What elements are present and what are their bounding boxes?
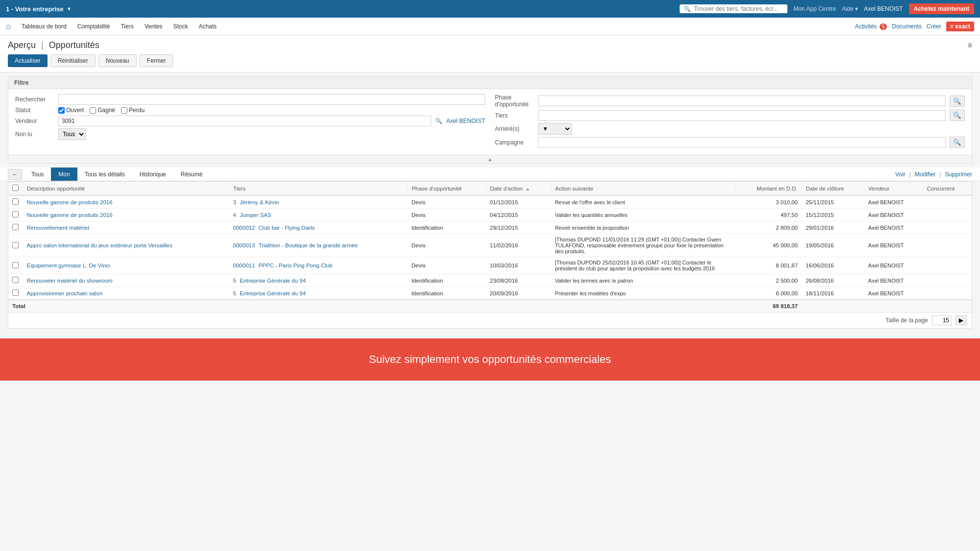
voir-link[interactable]: Voir xyxy=(895,171,906,178)
tiers-name-1[interactable]: Jumper SAS xyxy=(240,212,271,218)
search-box[interactable]: 🔍 xyxy=(680,4,787,13)
nav-achats[interactable]: Achats xyxy=(194,19,221,34)
tiers-name-4[interactable]: PPPC - Paris Ping Pong Club xyxy=(259,263,333,268)
nav-tableaux[interactable]: Tableaux de bord xyxy=(17,19,72,34)
select-all-checkbox[interactable] xyxy=(12,185,19,191)
row-checkbox-cell[interactable] xyxy=(8,221,23,234)
statut-perdu[interactable]: Perdu xyxy=(121,107,145,114)
page-next-button[interactable]: ▶ xyxy=(956,315,967,325)
row-description-0[interactable]: Nouvelle gamme de produits 2016 xyxy=(23,195,229,209)
statut-ouvert[interactable]: Ouvert xyxy=(58,107,84,114)
app-centre-link[interactable]: Mon App Centre xyxy=(793,5,836,12)
row-checkbox-6[interactable] xyxy=(12,289,19,296)
documents-link[interactable]: Documents xyxy=(892,23,922,30)
row-checkbox-cell[interactable] xyxy=(8,257,23,274)
filter-campagne-input[interactable] xyxy=(538,137,946,148)
vendeur-link[interactable]: Axel BENOIST xyxy=(446,118,485,124)
row-description-4[interactable]: Equipement gymnase L. De Vinci xyxy=(23,257,229,274)
tiers-num-5[interactable]: 5 xyxy=(233,278,236,284)
row-checkbox-cell[interactable] xyxy=(8,274,23,287)
row-checkbox-5[interactable] xyxy=(12,277,19,283)
home-icon[interactable]: ⌂ xyxy=(6,22,11,31)
tiers-name-6[interactable]: Entreprise Générale du 94 xyxy=(240,290,306,296)
tiers-num-2[interactable]: 0000012 xyxy=(233,225,255,231)
nav-comptabilite[interactable]: Comptabilité xyxy=(73,19,115,34)
row-description-1[interactable]: Nouvelle gamme de produits 2016 xyxy=(23,209,229,221)
supprimer-link[interactable]: Supprimer xyxy=(945,171,972,178)
refresh-button[interactable]: Actualiser xyxy=(8,54,48,67)
row-checkbox-cell[interactable] xyxy=(8,209,23,221)
page-size-input[interactable] xyxy=(932,315,952,325)
tab-back-button[interactable]: ← xyxy=(8,169,22,180)
config-icon[interactable]: ≡ xyxy=(968,41,972,50)
tab-historique[interactable]: Historique xyxy=(132,168,173,181)
row-description-3[interactable]: Appro salon international du jeux extéri… xyxy=(23,234,229,257)
create-link[interactable]: Créer xyxy=(927,23,941,30)
tiers-name-0[interactable]: Jérémy & Kévin xyxy=(240,199,279,205)
row-checkbox-2[interactable] xyxy=(12,224,19,230)
tiers-name-2[interactable]: Club bar - Flying Darts xyxy=(259,225,315,231)
row-description-2[interactable]: Renouvellement matériel xyxy=(23,221,229,234)
nav-ventes[interactable]: Ventes xyxy=(140,19,168,34)
total-amount: 69 818,37 xyxy=(735,300,802,312)
th-concurrent[interactable]: Concurrent xyxy=(923,182,971,195)
tiers-num-1[interactable]: 4 xyxy=(233,212,236,218)
filter-rechercher-label: Rechercher xyxy=(15,96,54,103)
tiers-num-0[interactable]: 3 xyxy=(233,199,236,205)
row-date-action-2: 29/12/2015 xyxy=(486,221,551,234)
tab-tous[interactable]: Tous xyxy=(24,168,51,181)
nav-stock[interactable]: Stock xyxy=(168,19,193,34)
filter-tiers-input[interactable] xyxy=(538,110,946,121)
th-action-suivante[interactable]: Action suivante xyxy=(551,182,735,195)
th-date-cloture[interactable]: Date de clôture xyxy=(802,182,864,195)
row-checkbox-cell[interactable] xyxy=(8,195,23,209)
row-checkbox-0[interactable] xyxy=(12,198,19,205)
tiers-num-3[interactable]: 0000013 xyxy=(233,242,255,248)
reset-button[interactable]: Réinitialiser xyxy=(50,54,96,67)
nav-tiers[interactable]: Tiers xyxy=(116,19,138,34)
tiers-name-3[interactable]: Triathlon - Boutique de la grande armée xyxy=(259,242,358,248)
row-checkbox-3[interactable] xyxy=(12,242,19,248)
tiers-name-5[interactable]: Entreprise Générale du 94 xyxy=(240,278,306,284)
row-tiers-1: 4 Jumper SAS xyxy=(229,209,408,221)
filter-phase-input[interactable] xyxy=(538,96,946,106)
filter-arriere-select[interactable]: ▼ Oui Non xyxy=(538,123,572,135)
new-button[interactable]: Nouveau xyxy=(98,54,137,67)
tab-resume[interactable]: Résumé xyxy=(173,168,210,181)
tiers-search-button[interactable]: 🔍 xyxy=(950,110,965,121)
search-input[interactable] xyxy=(694,5,784,12)
company-dropdown-icon[interactable]: ▾ xyxy=(68,5,71,12)
phase-search-button[interactable]: 🔍 xyxy=(950,96,965,107)
activities-link[interactable]: Activités 5 xyxy=(855,23,887,30)
tab-tous-details[interactable]: Tous les détails xyxy=(77,168,132,181)
filter-vendeur-row: Vendeur 🔍 Axel BENOIST xyxy=(15,116,485,126)
campagne-search-button[interactable]: 🔍 xyxy=(950,137,965,148)
th-description[interactable]: Description opportunité xyxy=(23,182,229,195)
filter-rechercher-input[interactable] xyxy=(58,94,485,105)
row-checkbox-cell[interactable] xyxy=(8,234,23,257)
row-checkbox-cell[interactable] xyxy=(8,287,23,300)
row-description-5[interactable]: Renouveler matériel du showroom xyxy=(23,274,229,287)
tab-mon[interactable]: Mon xyxy=(51,168,77,181)
modifier-link[interactable]: Modifier xyxy=(915,171,936,178)
filter-collapse-btn[interactable]: ▲ xyxy=(8,155,972,164)
row-checkbox-4[interactable] xyxy=(12,262,19,268)
tiers-num-6[interactable]: 5 xyxy=(233,290,236,296)
statut-gagne[interactable]: Gagné xyxy=(90,107,115,114)
filter-vendeur-input[interactable] xyxy=(58,116,431,126)
th-vendeur[interactable]: Vendeur xyxy=(864,182,923,195)
th-date-action[interactable]: Date d'action ▲ xyxy=(486,182,551,195)
buy-button[interactable]: Achetez maintenant xyxy=(909,3,974,14)
th-montant[interactable]: Montant en D.D. xyxy=(735,182,802,195)
th-select-all[interactable] xyxy=(8,182,23,195)
company-name[interactable]: 1 - Votre entreprise xyxy=(6,5,64,13)
row-concurrent-1 xyxy=(923,209,971,221)
th-phase[interactable]: Phase d'opportunité xyxy=(408,182,486,195)
tiers-num-4[interactable]: 0000011 xyxy=(233,263,255,268)
th-tiers[interactable]: Tiers xyxy=(229,182,408,195)
aide-link[interactable]: Aide ▾ xyxy=(842,5,858,12)
row-checkbox-1[interactable] xyxy=(12,211,19,217)
filter-nlu-select[interactable]: Tous Oui Non xyxy=(58,128,86,140)
close-button[interactable]: Fermer xyxy=(140,54,173,67)
row-description-6[interactable]: Approvisionner prochain salon xyxy=(23,287,229,300)
